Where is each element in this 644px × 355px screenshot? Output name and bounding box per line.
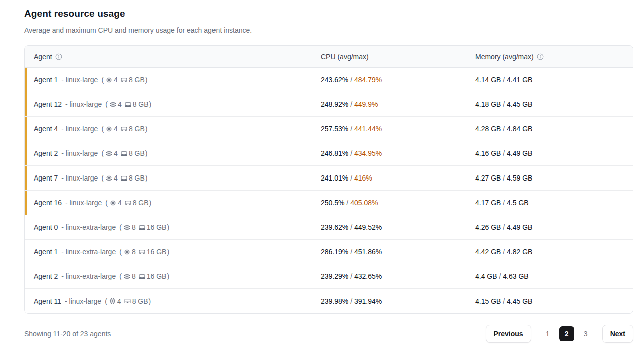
agent-cell: Agent 12 - linux-large ( 4 xyxy=(25,100,321,108)
cpu-max-value: 432.65% xyxy=(354,272,382,280)
agent-specs: ( 4 8 GB ) xyxy=(101,174,147,182)
agent-name: Agent 1 xyxy=(34,76,58,84)
agent-resource-usage-page: Agent resource usage Average and maximum… xyxy=(0,0,644,343)
cpu-chip-icon xyxy=(105,150,113,157)
cpu-core-count: 8 xyxy=(132,272,136,280)
memory-max-value: 4.45 GB xyxy=(507,100,532,108)
cpu-avg-value: 250.5% xyxy=(321,199,344,207)
cpu-max-value: 449.9% xyxy=(354,100,378,108)
agent-name: Agent 11 xyxy=(34,297,61,305)
page-number-list: 123 xyxy=(540,326,593,341)
memory-usage-cell: 4.15 GB / 4.45 GB xyxy=(475,297,633,305)
memory-max-value: 4.84 GB xyxy=(507,125,532,133)
cpu-chip-icon xyxy=(109,101,117,108)
agent-name: Agent 4 xyxy=(34,125,58,133)
agent-name: Agent 16 xyxy=(34,199,62,207)
cpu-avg-value: 246.81% xyxy=(321,149,348,157)
agent-cell: Agent 0 - linux-extra-large ( 8 xyxy=(25,223,321,231)
cpu-core-count: 4 xyxy=(114,125,118,133)
ram-size: 8 GB xyxy=(129,125,145,133)
agent-cell: Agent 2 - linux-large ( 4 xyxy=(25,149,321,157)
agent-type: - linux-large xyxy=(65,199,102,207)
cpu-chip-icon xyxy=(123,224,131,231)
previous-page-button[interactable]: Previous xyxy=(486,325,531,343)
page-number-1[interactable]: 1 xyxy=(540,326,555,341)
memory-usage-cell: 4.4 GB / 4.63 GB xyxy=(475,272,633,280)
cpu-max-value: 441.44% xyxy=(354,125,382,133)
warning-indicator-bar xyxy=(25,141,27,165)
specs-close-paren: ) xyxy=(167,248,169,256)
specs-close-paren: ) xyxy=(167,272,169,280)
cpu-avg-value: 243.62% xyxy=(321,76,348,84)
cpu-max-value: 405.08% xyxy=(350,199,378,207)
agent-type: - linux-large xyxy=(61,125,98,133)
cpu-core-count: 4 xyxy=(117,297,121,305)
cpu-usage-cell: 243.62% / 484.79% xyxy=(321,76,475,84)
column-header-agent: Agent xyxy=(25,53,321,61)
next-page-button[interactable]: Next xyxy=(602,325,633,343)
agent-cell: Agent 4 - linux-large ( 4 xyxy=(25,125,321,133)
memory-avg-value: 4.14 GB xyxy=(475,76,501,84)
cpu-chip-icon xyxy=(109,297,116,305)
cpu-usage-cell: 239.29% / 432.65% xyxy=(321,272,475,280)
agent-specs: ( 4 8 GB ) xyxy=(105,297,151,305)
cpu-usage-cell: 257.53% / 441.44% xyxy=(321,125,475,133)
page-subtitle: Average and maximum CPU and memory usage… xyxy=(24,26,620,34)
agent-cell: Agent 11 - linux-large ( 4 xyxy=(25,297,321,305)
agent-cell: Agent 1 - linux-large ( 4 xyxy=(25,76,321,84)
specs-open-paren: ( xyxy=(101,76,104,84)
cpu-max-value: 451.86% xyxy=(354,248,382,256)
ram-icon xyxy=(120,150,128,157)
agent-type: - linux-large xyxy=(65,100,102,108)
ram-icon xyxy=(120,125,128,133)
agent-usage-table: Agent CPU (avg/max) Memory (avg/max) xyxy=(24,45,633,314)
agent-name: Agent 1 xyxy=(34,248,58,256)
page-number-3[interactable]: 3 xyxy=(578,326,593,341)
memory-avg-value: 4.15 GB xyxy=(475,297,501,305)
cpu-core-count: 4 xyxy=(114,76,118,84)
cpu-usage-cell: 239.62% / 449.52% xyxy=(321,223,475,231)
agent-name: Agent 0 xyxy=(34,223,58,231)
cpu-avg-value: 239.98% xyxy=(321,297,348,305)
cpu-max-value: 484.79% xyxy=(354,76,382,84)
specs-open-paren: ( xyxy=(101,149,104,157)
column-header-memory: Memory (avg/max) xyxy=(475,53,633,61)
ram-icon xyxy=(138,248,146,256)
agent-specs: ( 8 16 GB ) xyxy=(119,223,169,231)
cpu-usage-cell: 286.19% / 451.86% xyxy=(321,248,475,256)
warning-indicator-bar xyxy=(25,166,27,190)
column-header-cpu-label: CPU (avg/max) xyxy=(321,53,369,61)
info-icon[interactable] xyxy=(537,53,544,60)
ram-icon xyxy=(120,76,128,84)
agent-specs: ( 8 16 GB ) xyxy=(119,272,169,280)
table-row: Agent 12 - linux-large ( 4 xyxy=(25,92,633,117)
memory-usage-cell: 4.28 GB / 4.84 GB xyxy=(475,125,633,133)
column-header-memory-label: Memory (avg/max) xyxy=(475,53,534,61)
ram-icon xyxy=(138,273,146,280)
ram-size: 16 GB xyxy=(147,223,167,231)
specs-close-paren: ) xyxy=(167,223,169,231)
memory-avg-value: 4.27 GB xyxy=(475,174,501,182)
agent-specs: ( 4 8 GB ) xyxy=(101,76,147,84)
specs-open-paren: ( xyxy=(119,248,122,256)
agent-name: Agent 12 xyxy=(34,100,62,108)
specs-open-paren: ( xyxy=(119,223,122,231)
specs-open-paren: ( xyxy=(119,272,122,280)
ram-icon xyxy=(120,174,128,182)
specs-open-paren: ( xyxy=(101,174,104,182)
page-number-2[interactable]: 2 xyxy=(559,326,574,341)
memory-max-value: 4.5 GB xyxy=(507,199,529,207)
ram-icon xyxy=(124,199,132,207)
table-row: Agent 11 - linux-large ( 4 xyxy=(25,289,633,313)
specs-close-paren: ) xyxy=(149,199,152,207)
table-row: Agent 2 - linux-extra-large ( 8 xyxy=(25,264,633,289)
cpu-max-value: 391.94% xyxy=(354,297,382,305)
info-icon[interactable] xyxy=(55,53,62,60)
cpu-usage-cell: 239.98% / 391.94% xyxy=(321,297,475,305)
agent-type: - linux-large xyxy=(61,174,98,182)
agent-type: - linux-large xyxy=(65,297,101,305)
cpu-avg-value: 286.19% xyxy=(321,248,348,256)
cpu-chip-icon xyxy=(123,248,131,256)
cpu-max-value: 449.52% xyxy=(354,223,382,231)
pagination-summary: Showing 11-20 of 23 agents xyxy=(24,330,111,338)
